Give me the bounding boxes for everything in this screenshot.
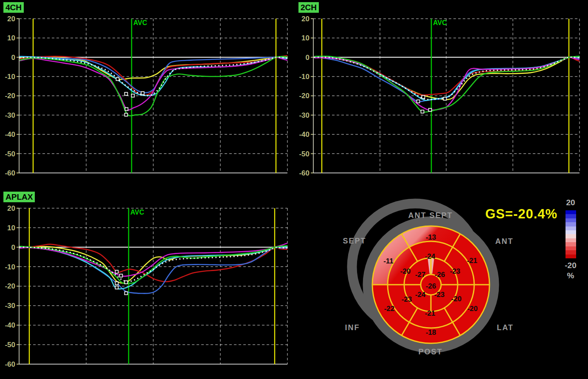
chart-title-badge-4ch: 4CH (3, 2, 24, 13)
peak-strain-marker (125, 281, 128, 284)
y-axis-tick-label: -60 (299, 169, 309, 177)
segment-value-mid-upper_right: -23 (450, 267, 461, 275)
y-axis-tick-label: -30 (299, 111, 309, 119)
segment-value-outer-top: -13 (426, 233, 436, 241)
chart-panel-aplax: APLAX 20100-10-20-30-40-50-60AVC (0, 187, 293, 379)
peak-strain-marker (125, 113, 128, 116)
y-axis-tick-label: 0 (11, 243, 15, 252)
region-label-top: ANT SEPT (408, 211, 453, 220)
segment-value-mid-upper_left: -20 (400, 267, 411, 275)
strain-curve-segment-blue (314, 57, 580, 102)
peak-strain-marker (422, 96, 425, 99)
y-axis-tick-label: 20 (7, 15, 15, 23)
strain-chart-2ch: 20100-10-20-30-40-50-60AVC (295, 0, 588, 185)
y-axis-tick-label: 20 (301, 15, 309, 23)
segment-value-mid-lower_left: -23 (402, 295, 412, 303)
y-axis-tick-label: -50 (5, 341, 15, 349)
y-axis-tick-label: -50 (5, 150, 15, 158)
segment-value-inner-lower_left: -24 (415, 291, 426, 299)
y-axis-tick-label: -40 (5, 321, 15, 329)
y-axis-tick-label: -60 (5, 169, 15, 177)
avc-label: AVC (433, 19, 447, 26)
peak-strain-marker (125, 107, 128, 110)
chart-panel-4ch: 4CH 20100-10-20-30-40-50-60AVC (0, 0, 293, 185)
strain-chart-4ch: 20100-10-20-30-40-50-60AVC (0, 0, 293, 185)
y-axis-tick-label: 10 (7, 34, 15, 42)
y-axis-tick-label: -10 (5, 73, 15, 81)
scale-gradient-bar (565, 210, 576, 258)
region-label-bottom: POST (418, 348, 442, 356)
segment-value-mid-lower_right: -20 (451, 295, 462, 303)
y-axis-tick-label: 0 (11, 54, 15, 62)
y-axis-tick-label: -20 (299, 92, 309, 100)
y-axis-tick-label: -20 (5, 92, 15, 100)
y-axis-tick-label: -40 (299, 130, 309, 139)
avc-label: AVC (130, 209, 144, 216)
peak-strain-marker (429, 108, 432, 111)
strain-chart-aplax: 20100-10-20-30-40-50-60AVC (0, 187, 293, 379)
y-axis-tick-label: 20 (7, 204, 15, 212)
segment-value-outer-upper_left: -11 (383, 257, 394, 265)
peak-strain-marker (444, 97, 447, 100)
y-axis-tick-label: -30 (5, 111, 15, 119)
peak-strain-marker (115, 282, 118, 285)
avc-label: AVC (133, 19, 147, 26)
chart-title-badge-2ch: 2CH (298, 2, 319, 13)
y-axis-tick-label: -60 (5, 360, 15, 368)
peak-strain-marker (125, 292, 128, 295)
segment-value-mid-top: -24 (425, 252, 436, 260)
segment-value-inner-upper_right: -26 (435, 271, 445, 279)
y-axis-tick-label: -30 (5, 302, 15, 310)
peak-strain-marker (115, 286, 118, 289)
scale-unit-label: % (563, 271, 579, 280)
segment-value-apex: -26 (426, 282, 436, 290)
chart-panel-2ch: 2CH 20100-10-20-30-40-50-60AVC (295, 0, 588, 185)
strain-curve-segment-green (314, 56, 580, 112)
region-label-left: SEPT (343, 237, 366, 245)
chart-title-badge-aplax: APLAX (3, 192, 35, 202)
peak-strain-marker (132, 94, 135, 97)
y-axis-tick-label: -10 (5, 263, 15, 271)
y-axis-tick-label: 0 (306, 54, 309, 62)
segment-value-mid-bottom: -21 (425, 309, 436, 317)
region-label-bottom_right: LAT (497, 323, 514, 332)
peak-strain-marker (125, 92, 128, 95)
peak-strain-marker (141, 92, 144, 95)
y-axis-tick-label: -40 (5, 130, 15, 139)
peak-strain-marker (417, 100, 420, 103)
segment-value-outer-lower_right: -20 (467, 305, 478, 313)
scale-min-label: -20 (563, 261, 579, 270)
region-label-bottom_left: INF (345, 323, 360, 332)
peak-strain-marker (120, 274, 123, 277)
y-axis-tick-label: 10 (7, 224, 15, 232)
segment-value-outer-lower_left: -22 (384, 305, 395, 313)
strain-color-scale: 20 -20 % (563, 198, 579, 280)
region-label-right: ANT (495, 237, 514, 246)
segment-value-outer-bottom: -18 (426, 328, 436, 337)
y-axis-tick-label: 10 (301, 34, 309, 42)
segment-value-inner-upper_left: -27 (415, 271, 426, 279)
segment-value-outer-upper_right: -21 (467, 257, 478, 265)
bullseye-panel: GS=-20.4% 20 -20 % -26-27-26-24-23-24-20… (295, 187, 588, 379)
peak-strain-marker (115, 270, 118, 273)
segment-value-inner-lower_right: -23 (434, 291, 445, 299)
y-axis-tick-label: -50 (299, 150, 309, 158)
global-strain-value: GS=-20.4% (485, 206, 557, 222)
peak-strain-marker (421, 110, 424, 113)
y-axis-tick-label: -20 (5, 282, 15, 290)
scale-max-label: 20 (563, 198, 579, 207)
y-axis-tick-label: -10 (299, 73, 309, 81)
peak-strain-marker (116, 78, 119, 81)
